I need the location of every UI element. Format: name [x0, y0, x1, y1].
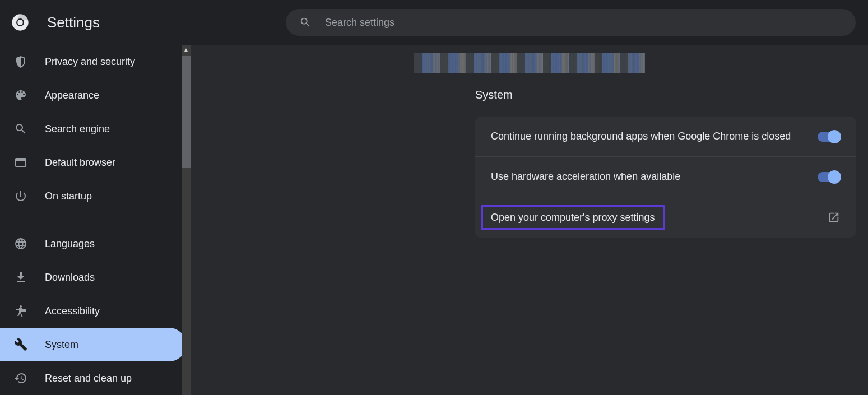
- power-icon: [13, 189, 28, 203]
- browser-icon: [13, 155, 28, 170]
- shield-icon: [13, 54, 28, 69]
- search-input[interactable]: [325, 17, 842, 29]
- wrench-icon: [13, 337, 28, 352]
- sidebar-item-default-browser[interactable]: Default browser: [0, 146, 186, 179]
- sidebar-item-appearance[interactable]: Appearance: [0, 78, 186, 112]
- sidebar-item-on-startup[interactable]: On startup: [0, 179, 186, 213]
- sidebar-item-languages[interactable]: Languages: [0, 227, 186, 261]
- sidebar-item-downloads[interactable]: Downloads: [0, 261, 186, 294]
- row-hardware-accel[interactable]: Use hardware acceleration when available: [475, 157, 856, 197]
- sidebar-item-label: Default browser: [45, 157, 115, 169]
- redacted-region: [414, 53, 645, 73]
- sidebar-scrollbar-thumb[interactable]: [182, 56, 191, 168]
- palette-icon: [13, 88, 28, 103]
- row-label: Use hardware acceleration when available: [491, 171, 818, 183]
- sidebar-item-label: Privacy and security: [45, 56, 135, 68]
- sidebar-divider: [0, 220, 186, 220]
- highlight-box: Open your computer's proxy settings: [481, 205, 665, 230]
- toggle-background-apps[interactable]: [818, 132, 840, 142]
- search-icon: [299, 16, 312, 29]
- sidebar-item-label: Downloads: [45, 272, 95, 284]
- header: Settings: [0, 0, 868, 45]
- restore-icon: [13, 371, 28, 385]
- sidebar-item-accessibility[interactable]: Accessibility: [0, 294, 186, 328]
- page-title: Settings: [47, 14, 100, 31]
- sidebar-item-label: Appearance: [45, 90, 99, 101]
- download-icon: [13, 270, 28, 285]
- sidebar-item-search-engine[interactable]: Search engine: [0, 112, 186, 146]
- section-title: System: [475, 89, 513, 101]
- sidebar-item-label: Reset and clean up: [45, 373, 132, 384]
- sidebar-item-label: Languages: [45, 238, 95, 250]
- sidebar: Privacy and security Appearance Search e…: [0, 45, 191, 395]
- sidebar-item-privacy[interactable]: Privacy and security: [0, 45, 186, 78]
- row-proxy-settings[interactable]: Open your computer's proxy settings: [475, 197, 856, 238]
- sidebar-item-system[interactable]: System: [0, 328, 186, 361]
- sidebar-item-label: Search engine: [45, 123, 110, 135]
- row-label: Continue running background apps when Go…: [491, 131, 818, 142]
- svg-point-2: [17, 20, 23, 25]
- svg-point-3: [20, 305, 22, 308]
- scroll-up-arrow-icon[interactable]: ▲: [182, 45, 191, 54]
- toggle-hardware-accel[interactable]: [818, 172, 840, 182]
- sidebar-item-label: On startup: [45, 190, 92, 202]
- search-icon: [13, 122, 28, 136]
- main-content: System Continue running background apps …: [191, 45, 868, 395]
- row-background-apps[interactable]: Continue running background apps when Go…: [475, 117, 856, 157]
- row-label: Open your computer's proxy settings: [491, 212, 655, 223]
- sidebar-item-label: Accessibility: [45, 305, 100, 317]
- sidebar-item-label: System: [45, 339, 78, 351]
- accessibility-icon: [13, 304, 28, 318]
- search-settings-bar[interactable]: [286, 9, 856, 36]
- external-link-icon: [828, 211, 840, 224]
- sidebar-item-reset[interactable]: Reset and clean up: [0, 361, 186, 395]
- globe-icon: [13, 236, 28, 251]
- system-settings-card: Continue running background apps when Go…: [475, 117, 856, 238]
- chrome-logo-icon: [11, 13, 29, 31]
